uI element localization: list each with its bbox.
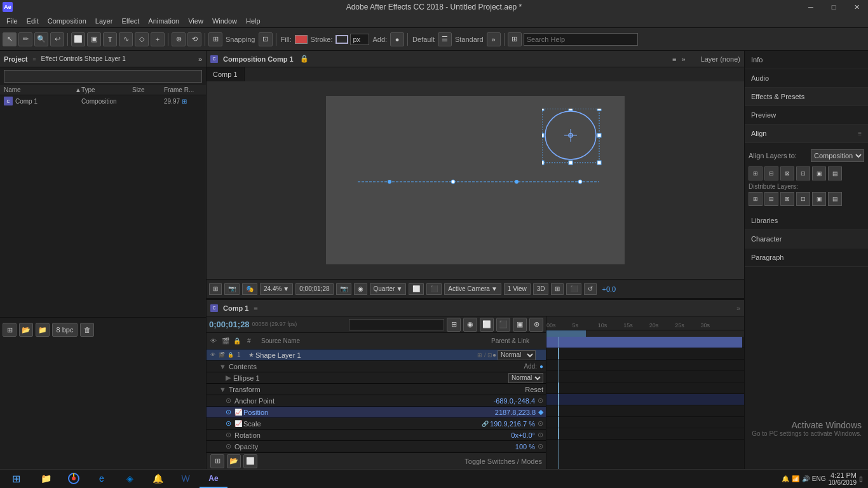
selection-tool[interactable]: ↖ xyxy=(3,32,17,46)
taskbar-app-edge[interactable]: ◈ xyxy=(116,470,144,488)
minimize-button[interactable]: ─ xyxy=(799,0,822,14)
libraries-panel-btn[interactable]: Libraries xyxy=(745,212,868,230)
scale-keyframe[interactable]: ⊙ xyxy=(538,419,543,428)
comp-3d-btn[interactable]: 3D xyxy=(533,283,549,295)
transform-reset[interactable]: Reset xyxy=(525,386,543,393)
stroke-swatch[interactable] xyxy=(336,35,348,44)
preview-panel-btn[interactable]: Preview xyxy=(745,106,868,125)
snapping-icon[interactable]: ⊞ xyxy=(208,32,222,46)
toggle-switches-label[interactable]: Toggle Switches / Modes xyxy=(465,458,542,465)
project-search-input[interactable] xyxy=(4,70,202,83)
align-left-btn[interactable]: ⊞ xyxy=(749,166,763,180)
taskbar-app-word[interactable]: W xyxy=(172,470,200,488)
menu-effect[interactable]: Effect xyxy=(118,16,143,26)
menu-layer[interactable]: Layer xyxy=(92,16,117,26)
ellipse-shape[interactable] xyxy=(542,109,606,172)
comp-grid-btn[interactable]: ⊞ xyxy=(209,283,222,295)
clone-tool[interactable]: + xyxy=(151,32,165,46)
transform-expand[interactable]: ▼ xyxy=(219,386,226,393)
eye-btn[interactable]: 👁 xyxy=(209,351,217,359)
timeline-tool-1[interactable]: ⊞ xyxy=(447,318,461,332)
anchor-keyframe[interactable]: ⊙ xyxy=(538,396,543,405)
align-layers-to-select[interactable]: Composition xyxy=(811,149,864,162)
layer-row-1[interactable]: 👁 🎬 🔒 1 ★ Shape Layer 1 ⊞ / ⊡ ● Normal xyxy=(207,349,546,361)
menu-animation[interactable]: Animation xyxy=(144,16,183,26)
taskbar-start-btn[interactable]: ⊞ xyxy=(0,470,32,488)
align-top-btn[interactable]: ⊡ xyxy=(796,166,810,180)
dist-bottom-btn[interactable]: ▤ xyxy=(828,192,842,206)
taskbar-app-notify[interactable]: 🔔 xyxy=(144,470,172,488)
camera-tool[interactable]: ⬜ xyxy=(71,32,85,46)
timeline-tool-4[interactable]: ⬛ xyxy=(496,318,510,332)
maximize-button[interactable]: □ xyxy=(822,0,845,14)
comp-time-display[interactable]: 0;00;01;28 xyxy=(295,283,333,295)
add-btn[interactable]: ● xyxy=(390,32,404,46)
comp-overlay2-btn[interactable]: ⬛ xyxy=(426,283,442,295)
opacity-value[interactable]: 100 % xyxy=(515,443,535,451)
comp-camera-select[interactable]: Active Camera ▼ xyxy=(444,283,501,295)
align-menu-icon[interactable]: ≡ xyxy=(858,130,862,137)
align-panel-header[interactable]: Align ≡ xyxy=(745,125,868,143)
menu-view[interactable]: View xyxy=(184,16,207,26)
shape-tool[interactable]: ▣ xyxy=(87,32,101,46)
project-panel-expand[interactable]: » xyxy=(198,55,202,63)
lock-btn[interactable]: 🔒 xyxy=(227,351,234,359)
info-panel-btn[interactable]: Info xyxy=(745,51,868,69)
video-btn[interactable]: 🎬 xyxy=(218,351,226,359)
zoom-tool[interactable]: 🔍 xyxy=(34,32,48,46)
comp-panel-expand[interactable]: » xyxy=(682,55,686,63)
timeline-tool-3[interactable]: ⬜ xyxy=(480,318,494,332)
position-value[interactable]: 2187.8,223.8 xyxy=(495,409,536,416)
taskbar-volume-icon[interactable]: 🔊 xyxy=(802,475,810,482)
taskbar-app-explorer[interactable]: 📁 xyxy=(32,470,60,488)
menu-composition[interactable]: Composition xyxy=(44,16,90,26)
menu-window[interactable]: Window xyxy=(208,16,241,26)
magnify-btn[interactable]: ⊞ xyxy=(508,32,522,46)
timeline-tool-6[interactable]: ⊛ xyxy=(529,318,543,332)
paragraph-panel-btn[interactable]: Paragraph xyxy=(745,248,868,267)
align-right-btn[interactable]: ⊠ xyxy=(780,166,794,180)
audio-panel-btn[interactable]: Audio xyxy=(745,69,868,88)
color-depth[interactable]: 8 bpc xyxy=(52,323,78,337)
tl-guide[interactable]: 📂 xyxy=(227,454,241,468)
comp-views-select[interactable]: 1 View xyxy=(504,283,531,295)
window-controls[interactable]: ─ □ ✕ xyxy=(799,0,868,14)
effects-presets-panel-btn[interactable]: Effects & Presets xyxy=(745,88,868,106)
rotation-value[interactable]: 0x+0.0° xyxy=(511,431,535,439)
comp-viewer[interactable] xyxy=(207,81,744,279)
comp-preview-btn[interactable]: ⬛ xyxy=(566,283,581,295)
menu-file[interactable]: File xyxy=(3,16,22,26)
comp-tab-comp1[interactable]: Comp 1 xyxy=(207,67,245,81)
comp-motion-btn[interactable]: ◉ xyxy=(354,283,367,295)
dist-center-v-btn[interactable]: ▣ xyxy=(812,192,826,206)
new-comp-btn[interactable]: ⊞ xyxy=(3,323,17,337)
menu-edit[interactable]: Edit xyxy=(23,16,43,26)
workspace-options[interactable]: ☰ xyxy=(438,32,452,46)
brush-tool[interactable]: ∿ xyxy=(119,32,133,46)
tl-new-comp[interactable]: ⊞ xyxy=(210,454,224,468)
taskbar-app-ie[interactable]: e xyxy=(88,470,116,488)
taskbar-app-ae[interactable]: Ae xyxy=(200,470,227,488)
timeline-search[interactable] xyxy=(349,319,444,330)
position-keyframe[interactable]: ◆ xyxy=(538,408,543,416)
comp-resolution-select[interactable]: Quarter ▼ xyxy=(370,283,407,295)
pen-tool[interactable]: ✏ xyxy=(18,32,32,46)
close-button[interactable]: ✕ xyxy=(845,0,868,14)
comp-zoom-select[interactable]: 24.4% ▼ xyxy=(260,283,293,295)
timeline-tool-2[interactable]: ◉ xyxy=(463,318,477,332)
workspace-more[interactable]: » xyxy=(487,32,501,46)
expand-icon[interactable]: ▼ xyxy=(219,363,226,370)
tl-solid[interactable]: ⬜ xyxy=(243,454,257,468)
comp-overlay-btn[interactable]: ⬜ xyxy=(409,283,424,295)
comp-render-btn[interactable]: ⊞ xyxy=(551,283,564,295)
pin-tool[interactable]: ⊛ xyxy=(172,32,186,46)
snapping-toggle[interactable]: ⊡ xyxy=(259,32,273,46)
playhead[interactable] xyxy=(559,337,559,469)
ellipse-blend-select[interactable]: Normal xyxy=(508,373,543,383)
timeline-expand[interactable]: » xyxy=(736,304,740,312)
import-btn[interactable]: 📂 xyxy=(19,323,33,337)
menu-help[interactable]: Help xyxy=(242,16,264,26)
align-bottom-btn[interactable]: ▤ xyxy=(828,166,842,180)
dist-left-btn[interactable]: ⊞ xyxy=(749,192,763,206)
dist-right-btn[interactable]: ⊠ xyxy=(780,192,794,206)
